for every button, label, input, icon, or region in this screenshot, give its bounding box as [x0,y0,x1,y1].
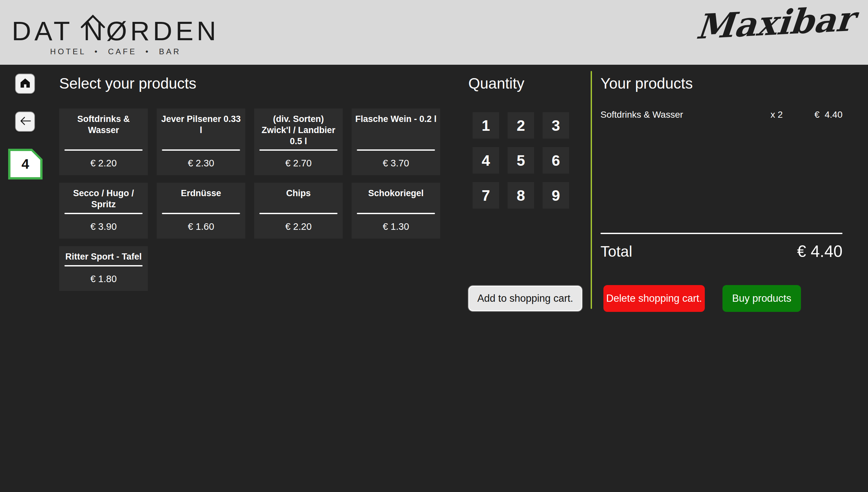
product-name: Schokoriegel [355,188,437,210]
numpad-key-6[interactable]: 6 [542,147,569,174]
product-name: Chips [257,188,339,210]
cart-section-divider [590,71,592,309]
product-price: € 1.30 [355,214,437,234]
product-tile-secco-hugo-spritz[interactable]: Secco / Hugo / Spritz € 3.90 [59,183,148,239]
maxibar-brand-logo: Maxibar [695,0,856,47]
cart-section-heading: Your products [601,75,693,92]
home-button[interactable] [15,74,35,94]
product-tile-jever-pilsener[interactable]: Jever Pilsener 0.33 l € 2.30 [156,108,245,175]
total-label: Total [601,243,632,260]
hotel-logo-text: DAT NØRDEN [12,16,219,46]
back-arrow-icon [19,116,31,127]
buy-products-button[interactable]: Buy products [722,285,801,312]
product-tile-flasche-wein[interactable]: Flasche Wein - 0.2 l € 3.70 [352,108,440,175]
numpad-key-8[interactable]: 8 [508,182,534,208]
product-name: Flasche Wein - 0.2 l [355,114,437,147]
header-bar: DAT NØRDEN HOTEL • CAFE • BAR Maxibar [0,0,868,65]
products-section-heading: Select your products [59,75,196,92]
cart-total-divider [601,233,843,234]
numpad-key-9[interactable]: 9 [542,182,569,208]
product-name: Erdnüsse [160,188,242,210]
cart-item-price: € 4.40 [803,109,843,120]
product-tile-erdnuesse[interactable]: Erdnüsse € 1.60 [156,183,245,239]
total-value: € 4.40 [797,242,843,261]
product-name: (div. Sorten) Zwick'l / Landbier 0.5 l [257,114,339,147]
pos-app: DAT NØRDEN HOTEL • CAFE • BAR Maxibar 4 … [0,0,868,492]
numpad-key-7[interactable]: 7 [473,182,499,208]
numpad-key-1[interactable]: 1 [473,112,499,139]
house-roof-icon [79,5,106,33]
back-button[interactable] [15,112,35,132]
cart-item-row: Softdrinks & Wasser x 2 € 4.40 [601,109,843,120]
numpad-key-4[interactable]: 4 [473,147,499,174]
product-price: € 2.30 [160,151,242,171]
product-price: € 1.80 [63,266,145,286]
cart-item-name: Softdrinks & Wasser [601,109,771,120]
product-name: Secco / Hugo / Spritz [63,188,145,210]
hotel-logo-title: DAT NØRDEN [12,7,219,45]
product-tile-schokoriegel[interactable]: Schokoriegel € 1.30 [352,183,440,239]
product-price: € 2.20 [257,214,339,234]
numpad-key-5[interactable]: 5 [508,147,534,174]
selected-quantity-badge: 4 [8,149,43,179]
add-to-cart-button[interactable]: Add to shopping cart. [468,285,583,312]
numpad-key-3[interactable]: 3 [542,112,569,139]
cart-item-quantity: x 2 [771,109,803,120]
hotel-logo: DAT NØRDEN HOTEL • CAFE • BAR [12,7,219,56]
product-tile-softdrinks-wasser[interactable]: Softdrinks & Wasser € 2.20 [59,108,148,175]
numpad-key-2[interactable]: 2 [508,112,534,139]
cart-total-row: Total € 4.40 [601,242,843,261]
product-name: Softdrinks & Wasser [63,114,145,147]
delete-cart-button[interactable]: Delete shopping cart. [603,285,705,312]
quantity-numpad: 1 2 3 4 5 6 7 8 9 [473,112,569,208]
home-icon [19,77,31,90]
selected-quantity-value: 4 [10,151,40,177]
hotel-logo-subtitle: HOTEL • CAFE • BAR [12,47,219,56]
product-grid: Softdrinks & Wasser € 2.20 Jever Pilsene… [59,108,440,291]
product-name: Ritter Sport - Tafel [63,251,145,263]
product-price: € 1.60 [160,214,242,234]
product-price: € 2.70 [257,151,339,171]
product-price: € 3.90 [63,214,145,234]
product-name: Jever Pilsener 0.33 l [160,114,242,147]
product-price: € 2.20 [63,151,145,171]
quantity-section-heading: Quantity [468,75,524,92]
product-tile-ritter-sport[interactable]: Ritter Sport - Tafel € 1.80 [59,246,148,291]
product-tile-chips[interactable]: Chips € 2.20 [254,183,343,239]
product-tile-zwickl-landbier[interactable]: (div. Sorten) Zwick'l / Landbier 0.5 l €… [254,108,343,175]
product-price: € 3.70 [355,151,437,171]
